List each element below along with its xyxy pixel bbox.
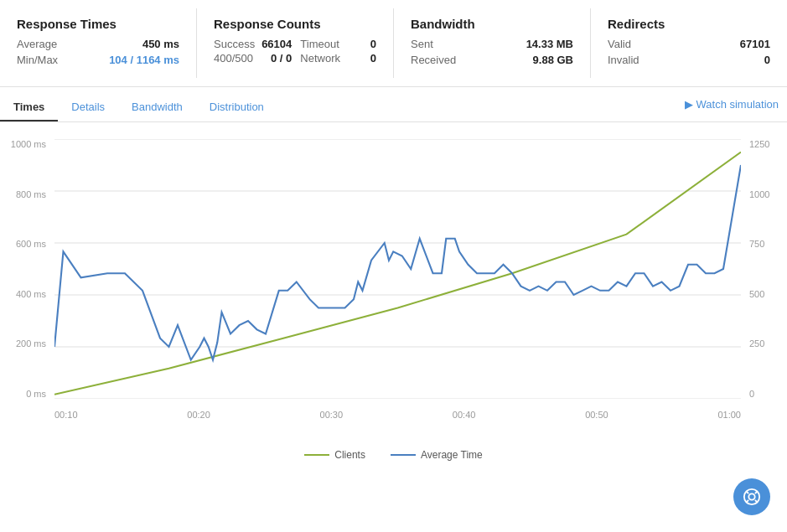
y-right-label-2: 500 [749,289,764,299]
y-right-label-4: 1000 [749,189,769,199]
chart-svg [54,139,741,399]
y-right-label-3: 750 [749,239,764,249]
y-axis-left: 0 ms 200 ms 400 ms 600 ms 800 ms 1000 ms [8,139,50,399]
status400-label: 400/500 [214,52,253,65]
valid-label: Valid [608,38,631,50]
redirects-title: Redirects [608,17,770,31]
avg-time-legend-label: Average Time [421,449,483,461]
tab-bandwidth[interactable]: Bandwidth [118,94,196,121]
network-label: Network [300,52,340,65]
legend-avg-time: Average Time [391,449,483,461]
y-left-label-0: 0 ms [26,389,46,399]
watch-simulation-button[interactable]: ▶ Watch simulation [685,98,779,117]
tabs-row: Times Details Bandwidth Distribution ▶ W… [0,87,787,122]
clients-legend-line [304,454,329,456]
valid-value: 67101 [740,38,770,50]
y-left-label-2: 400 ms [16,289,46,299]
y-axis-right: 0 250 500 750 1000 1250 [745,139,779,399]
chart-legend: Clients Average Time [0,441,787,465]
redirects-card: Redirects Valid 67101 Invalid 0 [591,8,787,78]
x-label-4: 00:40 [453,410,476,420]
received-value: 9.88 GB [533,54,573,66]
y-left-label-3: 600 ms [16,239,46,249]
x-axis: 00:10 00:20 00:30 00:40 00:50 01:00 [54,410,741,420]
response-counts-card: Response Counts Success 66104 Timeout 0 … [197,8,394,78]
received-label: Received [411,54,456,66]
success-value: 66104 [261,38,292,50]
play-icon: ▶ [685,98,693,111]
success-label: Success [214,38,255,50]
y-right-label-5: 1250 [749,139,769,149]
minmax-value: 104 / 1164 ms [109,54,179,66]
x-label-3: 00:30 [320,410,344,420]
tab-details[interactable]: Details [58,94,118,121]
avg-time-line [54,165,741,360]
invalid-value: 0 [764,54,770,66]
average-label: Average [17,38,57,50]
x-label-5: 00:50 [585,410,608,420]
x-label-2: 00:20 [187,410,210,420]
sent-value: 14.33 MB [526,38,573,50]
status400-value: 0 / 0 [271,52,292,65]
network-value: 0 [370,52,376,65]
response-counts-title: Response Counts [214,17,376,31]
tab-distribution[interactable]: Distribution [196,94,277,121]
tab-times[interactable]: Times [0,94,58,121]
watch-simulation-label: Watch simulation [696,98,779,111]
clients-legend-label: Clients [334,449,365,461]
timeout-label: Timeout [300,38,339,50]
minmax-label: Min/Max [17,54,58,66]
y-right-label-0: 0 [749,389,754,399]
bandwidth-card: Bandwidth Sent 14.33 MB Received 9.88 GB [394,8,591,78]
x-label-1: 00:10 [54,410,78,420]
chart-container: 0 ms 200 ms 400 ms 600 ms 800 ms 1000 ms… [8,131,779,441]
avg-time-legend-line [391,454,416,456]
x-label-6: 01:00 [717,410,741,420]
chart-area [54,139,741,399]
y-left-label-4: 800 ms [16,189,46,199]
sent-label: Sent [411,38,433,50]
average-value: 450 ms [142,38,179,50]
timeout-value: 0 [370,38,376,50]
y-left-label-1: 200 ms [16,338,46,349]
response-times-card: Response Times Average 450 ms Min/Max 10… [0,8,197,78]
bandwidth-title: Bandwidth [411,17,573,31]
stats-row: Response Times Average 450 ms Min/Max 10… [0,0,787,87]
y-right-label-1: 250 [749,338,764,349]
response-times-title: Response Times [17,17,179,31]
legend-clients: Clients [304,449,365,461]
y-left-label-5: 1000 ms [11,139,46,149]
invalid-label: Invalid [608,54,639,66]
